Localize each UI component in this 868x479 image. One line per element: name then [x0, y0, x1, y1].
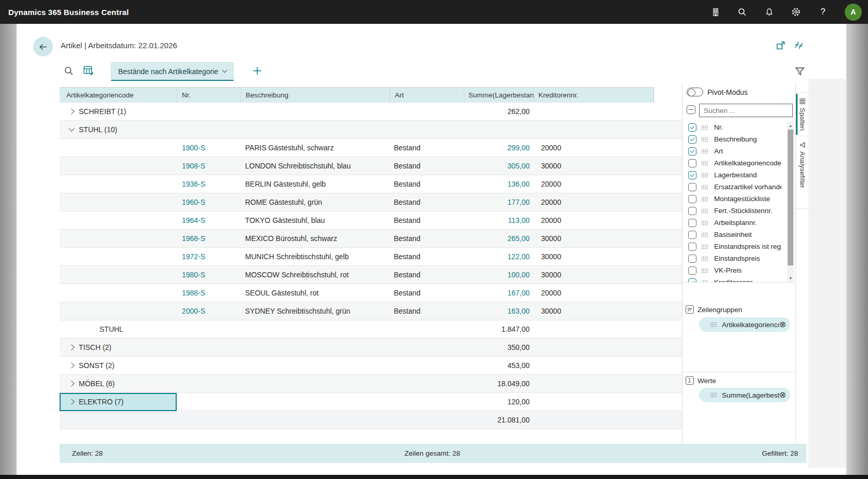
table-row[interactable]: 1988-S SEOUL Gästestuhl, rot Bestand 167…: [60, 284, 682, 302]
user-avatar[interactable]: A: [845, 4, 862, 21]
column-field-item[interactable]: Ersatzartikel vorhanden: [682, 181, 795, 193]
category-cell[interactable]: [60, 193, 177, 212]
category-cell[interactable]: TISCH (2): [60, 339, 177, 357]
item-number-link[interactable]: 1908-S: [182, 162, 205, 170]
search-icon[interactable]: [737, 7, 747, 17]
field-checkbox[interactable]: [688, 231, 696, 239]
table-row[interactable]: 2000-S SYDNEY Schreibtischstuhl, grün Be…: [60, 302, 682, 320]
item-number-link[interactable]: 1988-S: [182, 289, 205, 297]
category-cell[interactable]: STUHL: [60, 320, 177, 339]
tab-analysefilter[interactable]: Analysefilter: [796, 136, 808, 209]
item-number-link[interactable]: 1980-S: [182, 271, 205, 279]
back-button[interactable]: [33, 37, 53, 57]
table-row[interactable]: STUHL (10): [60, 121, 682, 139]
column-header-art[interactable]: Art: [390, 88, 464, 103]
remove-value-icon[interactable]: ⊗: [779, 391, 786, 399]
collapse-window-icon[interactable]: [794, 40, 804, 51]
column-header-summe-lagerbestand[interactable]: Summe(Lagerbestan: [464, 88, 534, 103]
row-expand-chevron-icon[interactable]: [68, 344, 74, 350]
drag-handle-icon[interactable]: [701, 232, 708, 237]
scroll-down-arrow-icon[interactable]: ▼: [787, 275, 794, 281]
column-field-item[interactable]: Fert.-Stücklistennr.: [682, 205, 795, 217]
category-cell[interactable]: ELEKTRO (7): [60, 393, 177, 411]
drag-handle-icon[interactable]: [710, 322, 717, 327]
drag-handle-icon[interactable]: [701, 173, 708, 178]
value-chip[interactable]: Summe(Lagerbesta... ⊗: [699, 388, 790, 402]
category-cell[interactable]: [60, 157, 177, 175]
field-checkbox[interactable]: [688, 183, 696, 191]
drag-handle-icon[interactable]: [701, 268, 708, 273]
select-all-columns-checkbox[interactable]: [687, 105, 695, 114]
field-checkbox[interactable]: [688, 255, 696, 263]
column-field-item[interactable]: Montagestückliste: [682, 193, 795, 205]
table-row[interactable]: 1936-S BERLIN Gästestuhl, gelb Bestand 1…: [60, 175, 682, 193]
drag-handle-icon[interactable]: [701, 137, 708, 142]
drag-handle-icon[interactable]: [701, 185, 708, 190]
category-cell[interactable]: [60, 248, 177, 266]
drag-handle-icon[interactable]: [701, 256, 708, 261]
column-field-item[interactable]: VK-Preis: [682, 264, 795, 276]
field-checkbox[interactable]: [688, 159, 696, 167]
category-cell[interactable]: [60, 175, 177, 193]
column-header-nr[interactable]: Nr.: [177, 88, 240, 103]
item-number-link[interactable]: 1936-S: [182, 180, 205, 188]
row-expand-chevron-icon[interactable]: [68, 125, 74, 131]
help-icon[interactable]: ?: [818, 7, 828, 17]
table-row[interactable]: 1964-S TOKYO Gästestuhl, blau Bestand 11…: [60, 212, 682, 230]
drag-handle-icon[interactable]: [701, 220, 708, 226]
category-cell[interactable]: [60, 302, 177, 320]
row-expand-chevron-icon[interactable]: [68, 399, 74, 404]
table-row[interactable]: 1972-S MUNICH Schreibtischstuhl, gelb Be…: [60, 248, 682, 266]
category-cell[interactable]: [60, 139, 177, 157]
analysis-view-tab[interactable]: Bestände nach Artikelkategorie: [111, 62, 234, 81]
scroll-up-arrow-icon[interactable]: ▲: [787, 122, 794, 129]
field-checkbox[interactable]: [688, 207, 696, 215]
column-header-kreditorennr[interactable]: Kreditorennr.: [534, 88, 654, 103]
drag-handle-icon[interactable]: [701, 161, 708, 166]
row-expand-chevron-icon[interactable]: [68, 381, 74, 386]
drag-handle-icon[interactable]: [701, 244, 708, 249]
category-cell[interactable]: MÖBEL (6): [60, 375, 177, 393]
column-field-item[interactable]: Kreditorennr.: [682, 276, 795, 283]
item-number-link[interactable]: 1964-S: [182, 216, 205, 224]
column-field-item[interactable]: Artikelkategoriencode: [682, 157, 795, 169]
item-number-link[interactable]: 1960-S: [182, 198, 205, 206]
open-in-new-window-icon[interactable]: [776, 40, 786, 51]
field-checkbox[interactable]: [688, 266, 696, 275]
table-row[interactable]: 1980-S MOSCOW Schreibtischstuhl, rot Bes…: [60, 266, 682, 284]
filter-icon[interactable]: [795, 66, 805, 76]
drag-handle-icon[interactable]: [701, 280, 708, 283]
field-checkbox[interactable]: [688, 219, 696, 227]
field-checkbox[interactable]: [688, 278, 696, 283]
column-header-artikelkategoriencode[interactable]: Artikelkategoriencode: [60, 88, 177, 103]
category-cell[interactable]: [60, 266, 177, 284]
drag-handle-icon[interactable]: [701, 208, 708, 214]
table-row[interactable]: 1900-S PARIS Gästestuhl, schwarz Bestand…: [60, 139, 682, 157]
column-field-item[interactable]: Arbeitsplannr.: [682, 217, 795, 229]
field-checkbox[interactable]: [688, 135, 696, 144]
table-row[interactable]: TISCH (2) 350,00: [60, 339, 682, 357]
table-row[interactable]: STUHL 1.847,00: [60, 320, 682, 339]
column-field-item[interactable]: Basiseinheit: [682, 229, 795, 241]
table-row[interactable]: 1968-S MEXICO Bürostuhl, schwarz Bestand…: [60, 230, 682, 248]
item-number-link[interactable]: 1900-S: [182, 144, 205, 152]
field-list-scrollbar[interactable]: ▲ ▼: [787, 121, 794, 283]
field-checkbox[interactable]: [688, 147, 696, 156]
category-cell[interactable]: [60, 411, 177, 429]
item-number-link[interactable]: 1972-S: [182, 252, 205, 261]
column-header-beschreibung[interactable]: Beschreibung: [240, 88, 390, 103]
table-row[interactable]: 1908-S LONDON Schreibtischstuhl, blau Be…: [60, 157, 682, 175]
pivot-mode-toggle[interactable]: [687, 88, 703, 96]
row-expand-chevron-icon[interactable]: [68, 362, 74, 368]
rowgroup-chip[interactable]: Artikelkategorienco... ⊗: [699, 317, 790, 332]
table-row[interactable]: MÖBEL (6) 18.049,00: [60, 375, 682, 393]
column-field-item[interactable]: Einstandspreis ist reg...: [682, 241, 795, 252]
category-cell[interactable]: STUHL (10): [60, 121, 177, 139]
column-field-item[interactable]: Nr.: [682, 121, 795, 133]
remove-rowgroup-icon[interactable]: ⊗: [779, 320, 786, 329]
category-cell[interactable]: SONST (2): [60, 357, 177, 375]
table-row[interactable]: SCHREIBT (1) 262,00: [60, 103, 682, 121]
company-icon[interactable]: [710, 7, 720, 17]
tab-spalten[interactable]: Spalten: [796, 92, 808, 136]
column-field-item[interactable]: Einstandspreis: [682, 252, 795, 264]
